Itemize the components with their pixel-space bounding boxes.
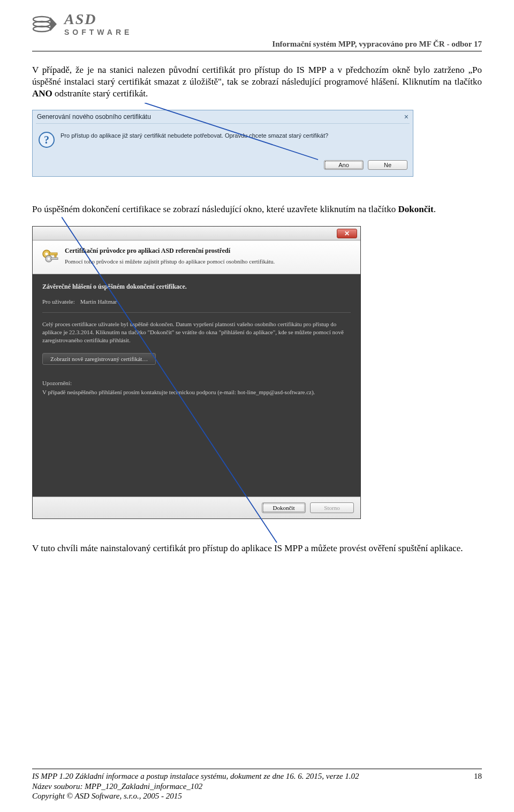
footer-line-1: IS MPP 1.20 Základní informace a postup … <box>32 771 359 781</box>
asd-logo-icon <box>32 14 58 34</box>
warning-text: V případě neúspěšného přihlášení prosím … <box>42 388 351 396</box>
header-subtitle: Informační systém MPP, vypracováno pro M… <box>272 39 482 49</box>
warning-heading: Upozornění: <box>42 380 351 386</box>
wizard-dialog: ✕ Certifikační průvodce pro aplikaci ASD… <box>32 226 361 519</box>
header-rule <box>32 51 482 51</box>
footer-line-2: Název souboru: MPP_120_Zakladni_informac… <box>32 781 359 792</box>
logo: ASD SOFTWARE <box>32 12 482 36</box>
wizard-heading: Závěrečné hlášení o úspěšném dokončení c… <box>42 283 351 291</box>
close-icon[interactable]: ✕ <box>337 229 357 238</box>
confirm-delete-dialog: Generování nového osobního certifikátu ×… <box>32 110 413 177</box>
svg-point-7 <box>45 252 48 255</box>
svg-rect-9 <box>55 255 56 257</box>
user-label: Pro uživatele: <box>42 298 75 305</box>
svg-text:?: ? <box>44 134 49 146</box>
user-value: Martin Haltmar <box>80 298 117 305</box>
wizard-title: Certifikační průvodce pro aplikaci ASD r… <box>65 247 275 255</box>
page-footer: IS MPP 1.20 Základní informace a postup … <box>32 769 482 801</box>
keys-icon <box>40 247 59 266</box>
dialog1-title: Generování nového osobního certifikátu <box>37 113 151 121</box>
wizard-subtitle: Pomocí toho průvodce si můžete zajistit … <box>65 258 275 265</box>
dialog1-message: Pro přístup do aplikace již starý certif… <box>61 131 328 148</box>
paragraph-3: V tuto chvíli máte nainstalovaný certifi… <box>32 543 482 554</box>
footer-line-3: Copyright © ASD Software, s.r.o., 2005 -… <box>32 791 359 801</box>
close-icon[interactable]: × <box>404 112 409 121</box>
page-number: 18 <box>474 771 482 801</box>
paragraph-1: V případě, že je na stanici nalezen půvo… <box>32 64 482 99</box>
question-icon: ? <box>38 131 55 148</box>
svg-point-11 <box>48 258 50 260</box>
svg-rect-12 <box>51 258 58 260</box>
no-button[interactable]: Ne <box>368 160 407 170</box>
logo-text-top: ASD <box>64 12 132 27</box>
svg-rect-8 <box>49 253 57 255</box>
cancel-button: Storno <box>310 502 354 513</box>
show-certificate-button[interactable]: Zobrazit nově zaregistrovaný certifikát… <box>42 353 156 365</box>
yes-button[interactable]: Ano <box>324 160 364 170</box>
finish-button[interactable]: Dokončit <box>262 502 306 513</box>
page-header: ASD SOFTWARE Informační systém MPP, vypr… <box>32 12 482 49</box>
logo-text-bottom: SOFTWARE <box>64 28 132 36</box>
wizard-body-text: Celý proces certifikace uživatele byl ús… <box>42 320 351 344</box>
paragraph-2: Po úspěšném dokončení certifikace se zob… <box>32 204 482 215</box>
